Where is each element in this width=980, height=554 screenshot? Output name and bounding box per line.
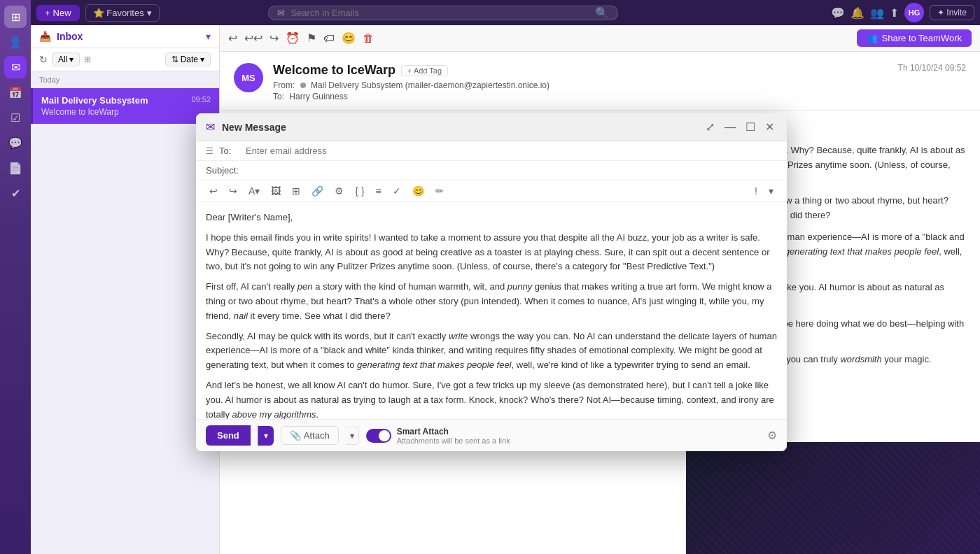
email-subject: Welcome to IceWarp — [41, 107, 211, 117]
compose-subject-label: Subject: — [206, 165, 241, 176]
font-color-button[interactable]: A▾ — [245, 183, 263, 199]
compose-subject-input[interactable] — [246, 165, 777, 176]
important-button[interactable]: ! — [751, 183, 761, 199]
invite-button[interactable]: ✦ Invite — [930, 5, 974, 20]
attach-button[interactable]: 📎 Attach — [281, 426, 339, 445]
compose-close-button[interactable]: ✕ — [762, 119, 777, 135]
compose-to-row: ☰ To: — [196, 141, 787, 161]
compose-settings-button[interactable]: ⚙ — [767, 429, 777, 442]
flag-icon[interactable]: ⚑ — [307, 31, 316, 45]
add-tag-button[interactable]: + Add Tag — [401, 65, 448, 76]
compose-to-input[interactable] — [246, 145, 777, 156]
more-options-button[interactable]: ▾ — [765, 183, 777, 199]
check-button[interactable]: ✓ — [389, 183, 405, 199]
screenshot-overlay — [686, 442, 980, 554]
redo-button[interactable]: ↪ — [225, 183, 241, 199]
sidebar-icon-calendar[interactable]: 📅 — [4, 81, 27, 104]
inbox-actions: ↻ All ▾ ⊞ ⇅ Date ▾ — [31, 48, 219, 71]
email-header: MS Welcome to IceWarp + Add Tag From: Ma… — [220, 52, 980, 111]
sort-button[interactable]: ⇅ Date ▾ — [165, 52, 211, 66]
email-list-item[interactable]: 09:52 Mail Delivery Subsystem Welcome to… — [31, 88, 219, 124]
sidebar-icon-check[interactable]: ✔ — [4, 182, 27, 204]
compose-menu-icon[interactable]: ☰ — [206, 146, 214, 156]
contacts-icon[interactable]: 👥 — [870, 6, 884, 20]
list-button[interactable]: ≡ — [372, 183, 385, 199]
avatar[interactable]: HG — [904, 3, 924, 22]
inbox-label: Inbox — [57, 31, 200, 42]
sidebar-icon-task[interactable]: ☑ — [4, 106, 27, 129]
smart-attach-text: Smart Attach Attachments will be sent as… — [397, 427, 510, 445]
sidebar-icon-doc[interactable]: 📄 — [4, 157, 27, 179]
compose-p1: I hope this email finds you in write spi… — [206, 231, 777, 274]
compose-footer: Send ▾ 📎 Attach ▾ Smart Attach Attachmen… — [196, 419, 787, 451]
email-meta: Welcome to IceWarp + Add Tag From: Mail … — [273, 63, 888, 101]
link-button[interactable]: 🔗 — [308, 183, 327, 199]
smart-attach: Smart Attach Attachments will be sent as… — [366, 427, 510, 445]
status-dot — [300, 83, 306, 88]
compose-header-buttons: ⤢ — ☐ ✕ — [703, 119, 777, 135]
share-button[interactable]: 👥 Share to TeamWork — [857, 29, 972, 47]
send-button[interactable]: Send — [206, 425, 251, 446]
search-input[interactable] — [290, 8, 589, 18]
compose-expand-button[interactable]: ⤢ — [703, 119, 718, 135]
top-right-icons: 💬 🔔 👥 ⬆ HG ✦ Invite — [831, 3, 974, 22]
reply-icon[interactable]: ↩ — [228, 31, 237, 45]
upload-icon[interactable]: ⬆ — [890, 6, 899, 20]
icon-sidebar: ⊞ 👤 ✉ 📅 ☑ 💬 📄 ✔ — [0, 0, 31, 554]
table-button[interactable]: ⊞ — [288, 183, 304, 199]
new-button[interactable]: + New — [36, 5, 80, 21]
compose-window: ✉ New Message ⤢ — ☐ ✕ ☰ To: Subject: ↩ ↪… — [196, 113, 787, 451]
sidebar-icon-mail[interactable]: ✉ — [4, 56, 27, 78]
view-icon[interactable]: ⊞ — [84, 55, 91, 64]
compose-to-label: To: — [219, 145, 240, 156]
smart-attach-toggle[interactable] — [366, 429, 391, 443]
search-icon: 🔍 — [595, 6, 609, 20]
email-from: From: Mail Delivery Subsystem (mailer-da… — [273, 80, 888, 90]
inbox-dropdown-icon[interactable]: ▾ — [206, 31, 211, 42]
sidebar-icon-chat[interactable]: 💬 — [4, 132, 27, 154]
chat-icon[interactable]: 💬 — [831, 6, 845, 20]
email-sender: Mail Delivery Subsystem — [41, 95, 211, 106]
email-title: Welcome to IceWarp — [273, 63, 396, 78]
email-sidebar-header: 📥 Inbox ▾ — [31, 25, 219, 48]
compose-fullscreen-button[interactable]: ☐ — [743, 119, 758, 135]
compose-subject-row: Subject: — [196, 161, 787, 180]
email-to: To: Harry Guinness — [273, 92, 888, 101]
compose-icon: ✉ — [206, 120, 215, 134]
top-bar: + New ⭐ Favorites ▾ ✉ 🔍 💬 🔔 👥 ⬆ HG ✦ Inv… — [31, 0, 980, 25]
compose-minimize-button[interactable]: — — [722, 119, 738, 135]
search-app-icon: ✉ — [277, 8, 285, 18]
delete-icon[interactable]: 🗑 — [363, 32, 374, 45]
emoji-tool-button[interactable]: 😊 — [409, 183, 428, 199]
undo-button[interactable]: ↩ — [206, 183, 221, 199]
compose-header: ✉ New Message ⤢ — ☐ ✕ — [196, 113, 787, 141]
notification-icon[interactable]: 🔔 — [850, 6, 864, 20]
send-dropdown-button[interactable]: ▾ — [258, 426, 274, 446]
email-date: Th 10/10/24 09:52 — [898, 63, 966, 73]
compose-body[interactable]: Dear [Writer's Name], I hope this email … — [196, 202, 787, 419]
attach-dropdown-button[interactable]: ▾ — [346, 427, 359, 445]
inbox-icon: 📥 — [39, 31, 51, 42]
forward-icon[interactable]: ↪ — [270, 31, 279, 45]
search-bar: ✉ 🔍 — [268, 6, 618, 20]
screenshot-overlay-inner — [686, 442, 980, 554]
reply-all-icon[interactable]: ↩↩ — [244, 31, 262, 45]
favorites-button[interactable]: ⭐ Favorites ▾ — [85, 4, 160, 22]
today-label: Today — [31, 71, 219, 88]
pen-button[interactable]: ✏ — [432, 183, 447, 199]
tools-button[interactable]: ⚙ — [331, 183, 347, 199]
embed-button[interactable]: { } — [351, 183, 368, 199]
refresh-icon[interactable]: ↻ — [39, 54, 48, 65]
tag-icon[interactable]: 🏷 — [323, 32, 335, 45]
image-button[interactable]: 🖼 — [267, 183, 284, 199]
sidebar-icon-grid[interactable]: ⊞ — [4, 6, 27, 28]
email-toolbar: ↩ ↩↩ ↪ ⏰ ⚑ 🏷 😊 🗑 👥 Share to TeamWork — [220, 25, 980, 52]
compose-p2: First off, AI can't really pen a story w… — [206, 280, 777, 323]
compose-title: New Message — [222, 122, 696, 133]
filter-button[interactable]: All ▾ — [52, 52, 80, 66]
emoji-icon[interactable]: 😊 — [342, 31, 356, 45]
sidebar-icon-user[interactable]: 👤 — [4, 31, 27, 53]
clock-icon[interactable]: ⏰ — [286, 31, 300, 45]
compose-greeting: Dear [Writer's Name], — [206, 211, 777, 225]
email-sidebar: 📥 Inbox ▾ ↻ All ▾ ⊞ ⇅ Date ▾ Today 09:52… — [31, 25, 220, 554]
